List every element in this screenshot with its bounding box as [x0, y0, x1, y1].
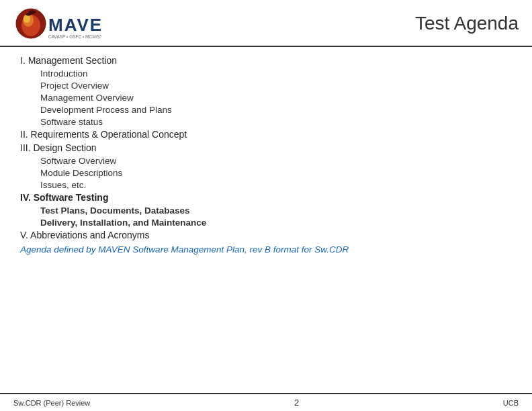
- section-IV: IV. Software Testing Test Plans, Documen…: [20, 192, 512, 228]
- maven-logo-svg: MAVEN CAVASP • GSFC • MCM/SSL • UM • JPL: [13, 7, 101, 40]
- page-title: Test Agenda: [415, 13, 519, 34]
- section-III-sub-1: Module Descriptions: [40, 168, 512, 178]
- section-I-sub-4: Software status: [40, 117, 512, 127]
- section-III-sub-2: Issues, etc.: [40, 180, 512, 190]
- footer-left: Sw.CDR (Peer) Review: [13, 399, 90, 407]
- section-I-label: I. Management Section: [20, 55, 512, 66]
- section-I-sub-0: Introduction: [40, 68, 512, 79]
- logo-area: MAVEN CAVASP • GSFC • MCM/SSL • UM • JPL: [13, 7, 101, 40]
- section-I: I. Management Section Introduction Proje…: [20, 55, 512, 127]
- section-III-label: III. Design Section: [20, 142, 512, 153]
- footer-right: UCB: [503, 399, 519, 407]
- svg-text:MAVEN: MAVEN: [48, 15, 101, 35]
- section-V-label: V. Abbreviations and Acronyms: [20, 230, 512, 240]
- footer-page-number: 2: [294, 398, 299, 408]
- italic-note: Agenda defined by MAVEN Software Managem…: [20, 244, 512, 255]
- section-I-sub-2: Management Overview: [40, 93, 512, 103]
- section-III-sub-0: Software Overview: [40, 156, 512, 166]
- logo: MAVEN CAVASP • GSFC • MCM/SSL • UM • JPL: [13, 7, 101, 40]
- section-II-label: II. Requirements & Operational Concept: [20, 129, 512, 140]
- section-IV-sub-0: Test Plans, Documents, Databases: [40, 205, 512, 216]
- main-content: I. Management Section Introduction Proje…: [0, 47, 532, 263]
- page-header: MAVEN CAVASP • GSFC • MCM/SSL • UM • JPL…: [0, 0, 532, 47]
- section-IV-label: IV. Software Testing: [20, 192, 512, 203]
- section-I-sub-3: Development Process and Plans: [40, 105, 512, 115]
- section-II: II. Requirements & Operational Concept: [20, 129, 512, 140]
- svg-text:CAVASP • GSFC • MCM/SSL • UM •: CAVASP • GSFC • MCM/SSL • UM • JPL: [48, 34, 101, 39]
- section-V: V. Abbreviations and Acronyms: [20, 230, 512, 240]
- section-III: III. Design Section Software Overview Mo…: [20, 142, 512, 190]
- section-IV-sub-1: Delivery, Installation, and Maintenance: [40, 218, 512, 228]
- page-footer: Sw.CDR (Peer) Review 2 UCB: [0, 393, 532, 411]
- section-I-sub-1: Project Overview: [40, 81, 512, 91]
- svg-point-3: [24, 15, 30, 23]
